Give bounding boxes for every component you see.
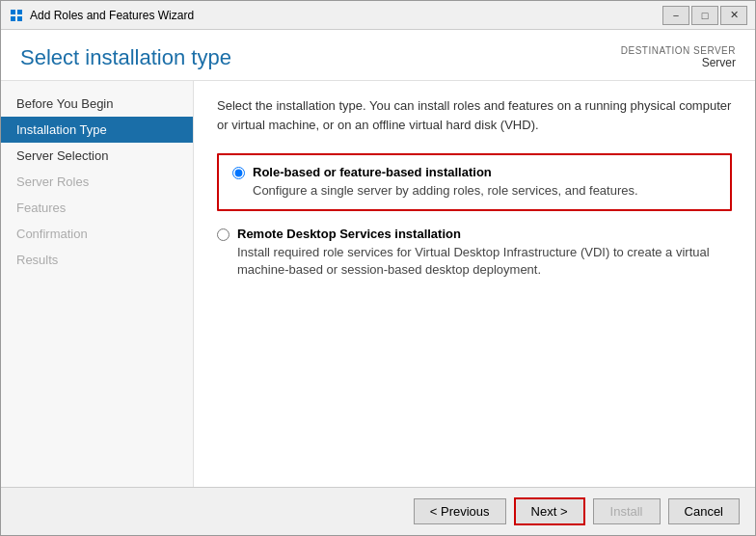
cancel-button[interactable]: Cancel	[668, 498, 740, 524]
description-text: Select the installation type. You can in…	[217, 96, 732, 134]
page-title: Select installation type	[20, 45, 231, 70]
footer: < Previous Next > Install Cancel	[1, 487, 755, 535]
svg-rect-2	[11, 16, 15, 21]
sidebar-item-installation-type[interactable]: Installation Type	[1, 117, 193, 143]
sidebar-item-features: Features	[1, 195, 193, 221]
sidebar: Before You Begin Installation Type Serve…	[1, 81, 194, 487]
role-based-description: Configure a single server by adding role…	[253, 182, 638, 200]
app-icon	[9, 8, 24, 23]
role-based-option-row: Role-based or feature-based installation…	[232, 165, 716, 200]
previous-button[interactable]: < Previous	[414, 498, 506, 524]
role-based-label: Role-based or feature-based installation	[253, 165, 638, 179]
wizard-window: Add Roles and Features Wizard − □ ✕ Sele…	[0, 0, 756, 536]
server-name: Server	[621, 56, 736, 69]
sidebar-item-results: Results	[1, 247, 193, 273]
sidebar-item-before-you-begin[interactable]: Before You Begin	[1, 91, 193, 117]
remote-desktop-option-section: Remote Desktop Services installation Ins…	[217, 227, 732, 279]
destination-server-info: DESTINATION SERVER Server	[621, 45, 736, 69]
role-based-option-box: Role-based or feature-based installation…	[217, 153, 732, 211]
title-bar: Add Roles and Features Wizard − □ ✕	[1, 1, 755, 30]
window-controls: − □ ✕	[662, 6, 747, 25]
window-title: Add Roles and Features Wizard	[30, 9, 662, 22]
destination-label: DESTINATION SERVER	[621, 45, 736, 56]
role-based-radio[interactable]	[232, 167, 245, 179]
remote-desktop-option-row: Remote Desktop Services installation Ins…	[217, 227, 732, 279]
sidebar-item-server-roles: Server Roles	[1, 169, 193, 195]
close-button[interactable]: ✕	[720, 6, 747, 25]
next-button[interactable]: Next >	[514, 497, 585, 525]
svg-rect-1	[17, 10, 22, 14]
maximize-button[interactable]: □	[691, 6, 718, 25]
remote-desktop-option-content: Remote Desktop Services installation Ins…	[237, 227, 732, 279]
page-header: Select installation type DESTINATION SER…	[1, 30, 755, 81]
remote-desktop-description: Install required role services for Virtu…	[237, 244, 732, 279]
remote-desktop-radio[interactable]	[217, 228, 230, 241]
remote-desktop-label: Remote Desktop Services installation	[237, 227, 732, 241]
install-button[interactable]: Install	[593, 498, 661, 524]
sidebar-item-confirmation: Confirmation	[1, 221, 193, 247]
svg-rect-3	[17, 16, 22, 21]
content-area: Before You Begin Installation Type Serve…	[1, 81, 755, 487]
svg-rect-0	[11, 10, 15, 14]
minimize-button[interactable]: −	[662, 6, 689, 25]
main-content: Select the installation type. You can in…	[194, 81, 755, 487]
role-based-option-content: Role-based or feature-based installation…	[253, 165, 638, 200]
sidebar-item-server-selection[interactable]: Server Selection	[1, 143, 193, 169]
